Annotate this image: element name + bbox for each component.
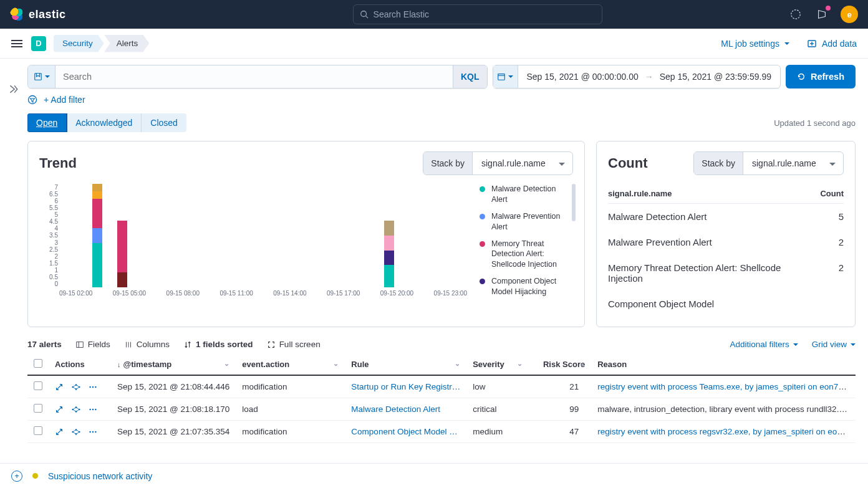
add-filter-button[interactable]: + Add filter xyxy=(44,95,85,105)
svg-point-34 xyxy=(89,431,90,432)
svg-point-36 xyxy=(95,431,96,432)
add-timeline-button[interactable]: + xyxy=(11,471,22,482)
search-input[interactable] xyxy=(55,65,453,88)
collapsed-sidebar xyxy=(0,59,27,488)
svg-point-0 xyxy=(360,11,366,17)
rule-link[interactable]: Malware Detection Alert xyxy=(351,404,440,414)
news-icon[interactable] xyxy=(814,7,829,22)
columns-button[interactable]: Columns xyxy=(124,340,170,349)
svg-rect-8 xyxy=(498,74,505,80)
timeline-footer: + Suspicious network activity xyxy=(0,463,868,488)
user-avatar[interactable]: e xyxy=(841,6,858,23)
more-actions-icon[interactable] xyxy=(89,383,97,391)
svg-point-21 xyxy=(92,386,94,387)
count-stackby[interactable]: Stack by signal.rule.name xyxy=(693,151,844,175)
tab-open[interactable]: Open xyxy=(27,113,67,132)
count-table-row[interactable]: Malware Detection Alert5 xyxy=(608,204,844,229)
rule-link[interactable]: Component Object Model … xyxy=(351,427,457,436)
global-search-placeholder: Search Elastic xyxy=(374,9,429,19)
global-search[interactable]: Search Elastic xyxy=(353,4,602,24)
nav-toggle-button[interactable] xyxy=(11,40,22,47)
chevron-down-icon xyxy=(793,343,798,348)
query-bar[interactable]: KQL xyxy=(27,65,488,89)
refresh-button[interactable]: Refresh xyxy=(786,65,856,89)
more-actions-icon[interactable] xyxy=(89,428,97,436)
trend-title: Trend xyxy=(39,155,77,171)
svg-rect-7 xyxy=(34,74,41,80)
breadcrumb-alerts[interactable]: Alerts xyxy=(104,35,150,52)
analyze-icon[interactable] xyxy=(71,428,81,436)
svg-point-2 xyxy=(791,10,800,19)
filter-icon[interactable] xyxy=(27,95,37,105)
trend-stackby[interactable]: Stack by signal.rule.name xyxy=(423,151,573,175)
elastic-logo[interactable]: elastic xyxy=(10,7,66,21)
space-selector[interactable]: D xyxy=(31,36,46,51)
tab-acknowledged[interactable]: Acknowledged xyxy=(67,113,142,132)
count-table-row[interactable]: Component Object Model xyxy=(608,291,844,317)
add-data-icon xyxy=(807,39,817,49)
svg-marker-3 xyxy=(819,11,826,19)
chevron-down-icon xyxy=(784,42,789,47)
svg-point-27 xyxy=(89,408,90,409)
count-table-row[interactable]: Malware Prevention Alert2 xyxy=(608,229,844,255)
row-checkbox[interactable] xyxy=(34,426,42,435)
timeline-status-dot xyxy=(32,473,38,479)
legend-item[interactable]: Memory Threat Detection Alert: Shellcode… xyxy=(480,239,573,270)
row-checkbox[interactable] xyxy=(34,381,42,390)
kql-toggle[interactable]: KQL xyxy=(453,65,487,88)
fullscreen-button[interactable]: Full screen xyxy=(267,340,321,349)
svg-line-1 xyxy=(365,16,368,19)
expand-icon[interactable] xyxy=(55,405,64,414)
count-table-header-count: Count xyxy=(820,189,844,198)
expand-icon[interactable] xyxy=(55,428,64,436)
elastic-logo-text: elastic xyxy=(29,8,66,21)
legend-item[interactable]: Malware Detection Alert xyxy=(480,184,573,205)
help-icon[interactable] xyxy=(788,7,803,22)
breadcrumb: Security Alerts xyxy=(54,35,149,52)
timeline-link[interactable]: Suspicious network activity xyxy=(48,471,152,481)
analyze-icon[interactable] xyxy=(71,383,81,391)
global-topbar: elastic Search Elastic e xyxy=(0,0,868,29)
more-actions-icon[interactable] xyxy=(89,405,97,414)
count-table-header-name: signal.rule.name xyxy=(608,189,672,198)
date-picker[interactable]: Sep 15, 2021 @ 00:00:00.00 → Sep 15, 202… xyxy=(493,65,781,89)
refresh-icon xyxy=(797,72,806,81)
last-updated-label: Updated 1 second ago xyxy=(774,118,856,128)
count-table-row[interactable]: Memory Threat Detection Alert: Shellcode… xyxy=(608,255,844,291)
legend-item[interactable]: Component Object Model Hijacking xyxy=(480,276,573,297)
sort-button[interactable]: 1 fields sorted xyxy=(183,340,253,349)
query-bar-row: KQL Sep 15, 2021 @ 00:00:00.00 → Sep 15,… xyxy=(27,65,856,89)
ml-job-settings-link[interactable]: ML job settings xyxy=(721,39,789,49)
table-row: Sep 15, 2021 @ 21:08:18.170loadMalware D… xyxy=(27,398,856,421)
add-data-link[interactable]: Add data xyxy=(807,39,857,49)
columns-icon xyxy=(124,340,133,349)
saved-query-button[interactable] xyxy=(28,65,55,88)
sidebar-expand-icon[interactable] xyxy=(8,84,19,95)
select-all-checkbox[interactable] xyxy=(34,359,42,368)
alert-count-label: 17 alerts xyxy=(27,340,62,349)
breadcrumb-security[interactable]: Security xyxy=(54,35,104,52)
table-row: Sep 15, 2021 @ 21:07:35.354modificationC… xyxy=(27,421,856,443)
trend-legend: Malware Detection AlertMalware Preventio… xyxy=(467,184,573,304)
row-checkbox[interactable] xyxy=(34,404,42,413)
expand-icon[interactable] xyxy=(55,383,64,391)
fields-button[interactable]: Fields xyxy=(75,340,110,349)
legend-item[interactable]: Malware Prevention Alert xyxy=(480,211,573,232)
notification-dot xyxy=(826,6,831,11)
trend-chart: 76.565.554.543.532.521.510.50 09-15 02:0… xyxy=(39,184,467,302)
grid-view-button[interactable]: Grid view xyxy=(812,340,856,349)
rule-link[interactable]: Startup or Run Key Registr… xyxy=(351,382,460,391)
count-panel: Count Stack by signal.rule.name signal.r… xyxy=(596,141,856,327)
reason-link[interactable]: registry event with process Teams.exe, b… xyxy=(597,382,856,391)
alerts-table-toolbar: 17 alerts Fields Columns 1 fields sorted… xyxy=(27,340,856,349)
svg-point-28 xyxy=(92,408,94,409)
elastic-logo-icon xyxy=(10,7,24,21)
count-stackby-select[interactable]: signal.rule.name xyxy=(743,152,843,175)
alert-status-tabs: Open Acknowledged Closed xyxy=(27,113,186,132)
reason-link[interactable]: registry event with process regsvr32.exe… xyxy=(597,427,856,436)
trend-stackby-select[interactable]: signal.rule.name xyxy=(473,152,572,175)
tab-closed[interactable]: Closed xyxy=(142,113,186,132)
svg-point-22 xyxy=(95,386,96,387)
additional-filters-button[interactable]: Additional filters xyxy=(730,340,798,349)
analyze-icon[interactable] xyxy=(71,405,81,414)
